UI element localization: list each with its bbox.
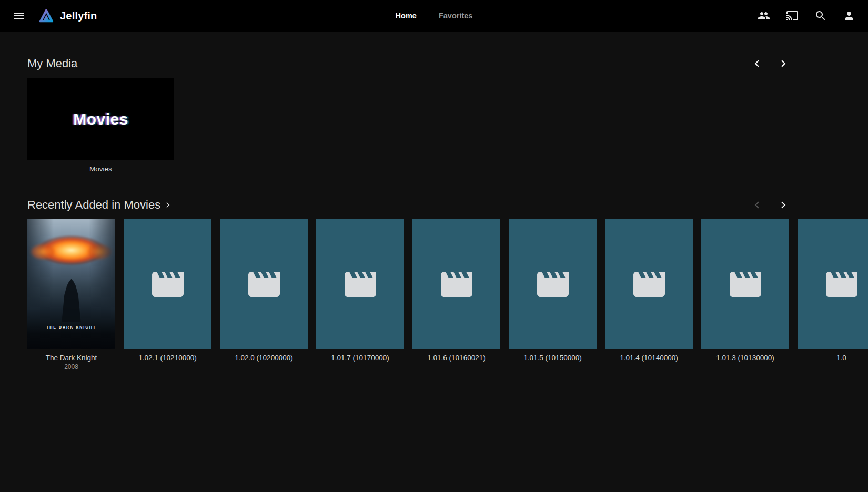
card-title: 1.01.5 (10150000) <box>509 354 597 362</box>
card-title: 1.02.1 (10210000) <box>124 354 211 362</box>
main-nav: Home Favorites <box>388 7 480 24</box>
media-card-image: THE DARK KNIGHT <box>27 219 115 349</box>
recently-added-section: Recently Added in Movies <box>27 197 868 371</box>
my-media-section: My Media Movies Movies <box>27 56 868 173</box>
app-logo[interactable]: Jellyfin <box>38 7 97 24</box>
tab-favorites[interactable]: Favorites <box>431 7 480 24</box>
flaming-bat-symbol <box>35 233 107 269</box>
media-card-image <box>798 219 868 349</box>
movie-icon <box>149 265 187 303</box>
search-button[interactable] <box>810 5 831 26</box>
app-header: Jellyfin Home Favorites <box>0 0 868 32</box>
syncplay-button[interactable] <box>753 5 774 26</box>
search-icon <box>814 9 827 22</box>
media-card[interactable]: 1.01.5 (10150000) <box>509 219 597 371</box>
media-card[interactable]: 1.01.4 (10140000) <box>605 219 693 371</box>
batman-silhouette <box>55 279 87 322</box>
media-card[interactable]: THE DARK KNIGHT The Dark Knight 2008 <box>27 219 115 371</box>
movie-icon <box>245 265 283 303</box>
movie-icon <box>726 265 764 303</box>
jellyfin-logo-icon <box>38 7 55 24</box>
section-title-recently-added[interactable]: Recently Added in Movies <box>27 198 173 212</box>
recently-added-scroll-right-button[interactable] <box>775 197 791 213</box>
poster-title-text: THE DARK KNIGHT <box>27 325 115 329</box>
movie-icon <box>534 265 572 303</box>
card-title: 1.01.4 (10140000) <box>605 354 693 362</box>
media-card[interactable]: 1.02.0 (10200000) <box>220 219 308 371</box>
app-title: Jellyfin <box>60 10 97 22</box>
recently-added-scroll-left-button[interactable] <box>749 197 765 213</box>
recently-added-scroll-buttons <box>749 197 791 213</box>
my-media-scroll-left-button[interactable] <box>749 56 765 71</box>
menu-button[interactable] <box>8 5 29 26</box>
card-title: 1.0 <box>798 354 868 362</box>
movies-library-art: Movies <box>27 78 174 160</box>
people-icon <box>758 9 770 22</box>
cast-icon <box>786 9 799 22</box>
chevron-right-icon <box>776 57 790 70</box>
media-card[interactable]: 1.01.3 (10130000) <box>701 219 789 371</box>
chevron-left-icon <box>750 198 764 212</box>
chevron-right-icon <box>776 198 790 212</box>
chevron-right-icon <box>163 200 173 210</box>
media-card-image <box>316 219 404 349</box>
card-title: 1.01.3 (10130000) <box>701 354 789 362</box>
movies-art-text: Movies <box>73 110 128 128</box>
hamburger-icon <box>13 9 25 22</box>
home-page: My Media Movies Movies <box>0 56 868 371</box>
movie-icon <box>630 265 668 303</box>
card-title: 1.01.6 (10160021) <box>412 354 500 362</box>
section-title-my-media: My Media <box>27 57 77 70</box>
cast-button[interactable] <box>782 5 803 26</box>
header-actions <box>753 5 860 26</box>
media-card-image <box>701 219 789 349</box>
user-icon <box>843 9 855 22</box>
recently-added-row: THE DARK KNIGHT The Dark Knight 2008 <box>27 219 868 371</box>
card-title: The Dark Knight <box>27 354 115 362</box>
media-card[interactable]: 1.02.1 (10210000) <box>124 219 211 371</box>
media-card[interactable]: 1.0 <box>798 219 868 371</box>
my-media-scroll-right-button[interactable] <box>775 56 791 71</box>
movie-icon <box>341 265 379 303</box>
my-media-row: Movies Movies <box>27 78 868 173</box>
chevron-left-icon <box>750 57 764 70</box>
dark-knight-poster: THE DARK KNIGHT <box>27 219 115 349</box>
movie-icon <box>438 265 476 303</box>
card-title: 1.01.7 (10170000) <box>316 354 404 362</box>
media-card-image <box>412 219 500 349</box>
tab-home[interactable]: Home <box>388 7 424 24</box>
card-title: 1.02.0 (10200000) <box>220 354 308 362</box>
media-card-image <box>220 219 308 349</box>
movie-icon <box>823 265 861 303</box>
my-media-scroll-buttons <box>749 56 791 71</box>
media-card-image <box>605 219 693 349</box>
card-year: 2008 <box>27 363 115 371</box>
media-card[interactable]: 1.01.7 (10170000) <box>316 219 404 371</box>
recently-added-title-text: Recently Added in Movies <box>27 198 160 212</box>
library-card-title: Movies <box>27 165 174 173</box>
media-card-image <box>509 219 597 349</box>
library-card-movies[interactable]: Movies Movies <box>27 78 174 173</box>
user-button[interactable] <box>839 5 860 26</box>
media-card[interactable]: 1.01.6 (10160021) <box>412 219 500 371</box>
media-card-image <box>124 219 211 349</box>
